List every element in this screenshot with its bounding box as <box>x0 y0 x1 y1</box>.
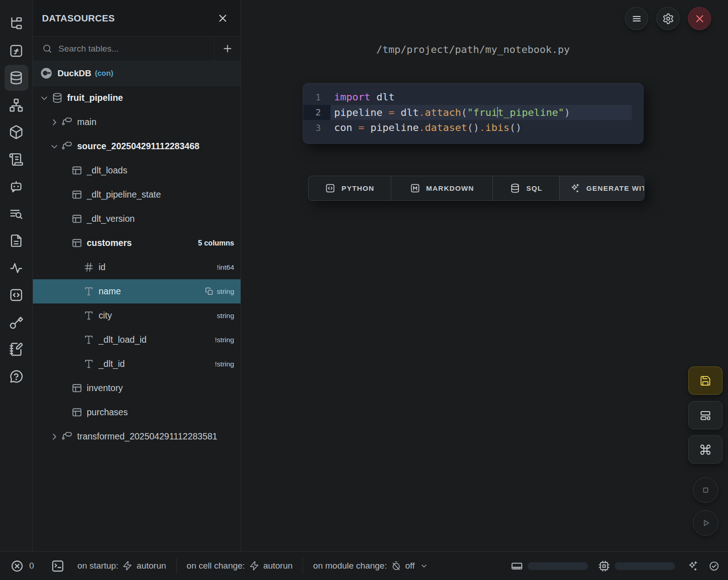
code-line-1[interactable]: 1import dlt <box>303 89 643 105</box>
tree-row-_dlt_loads[interactable]: _dlt_loads <box>33 158 241 183</box>
rail-item-datasources[interactable] <box>0 64 33 92</box>
add-cell-python-button[interactable]: PYTHON <box>309 176 391 200</box>
add-datasource-button[interactable] <box>214 37 241 61</box>
cell-button-label: GENERATE WIT <box>586 184 644 193</box>
m-square-icon <box>410 183 420 193</box>
zap-icon <box>122 561 132 571</box>
tree-row-main[interactable]: main <box>33 110 241 134</box>
box-icon <box>9 125 24 140</box>
rail-item-logs[interactable] <box>0 200 33 228</box>
tree-row-_dlt_id[interactable]: _dlt_id!string <box>33 352 241 376</box>
tree-row-_dlt_version[interactable]: _dlt_version <box>33 207 241 231</box>
tree-row-meta: !string <box>215 336 234 344</box>
save-button[interactable] <box>688 366 723 395</box>
tree-row-label: source_202504291112283468 <box>77 141 199 152</box>
database-icon <box>52 92 63 104</box>
status-value: autorun <box>263 561 293 571</box>
command-icon <box>699 444 712 456</box>
rail-item-notebook[interactable] <box>0 336 33 363</box>
search-icon <box>42 43 52 54</box>
connection-row[interactable]: DuckDB (con) <box>33 61 241 86</box>
menu-button[interactable] <box>625 7 648 30</box>
rail-item-scratchpad[interactable] <box>0 146 33 173</box>
sparkles-icon <box>570 183 580 193</box>
copy-icon[interactable] <box>205 287 214 296</box>
run-button[interactable] <box>693 510 718 536</box>
network-icon <box>9 98 24 113</box>
tree-row-source_202504291112283468[interactable]: source_202504291112283468 <box>33 134 241 158</box>
hash-icon <box>83 261 94 273</box>
tree-row-_dlt_load_id[interactable]: _dlt_load_id!string <box>33 328 241 352</box>
rail-item-packages[interactable] <box>0 119 33 146</box>
add-cell-markdown-button[interactable]: MARKDOWN <box>391 176 492 200</box>
rail-item-chat[interactable] <box>0 173 33 200</box>
ai-sparkles-icon[interactable] <box>687 560 698 572</box>
tree-row-meta: !int64 <box>217 263 234 272</box>
status-label: on startup: <box>78 561 119 571</box>
panel-header: DATASOURCES <box>33 0 241 37</box>
cell-button-label: MARKDOWN <box>426 184 474 193</box>
tree-row-id[interactable]: id!int64 <box>33 255 241 279</box>
tree-row-inventory[interactable]: inventory <box>33 376 241 400</box>
tree-row-meta: string <box>217 312 234 320</box>
tree-row-label: _dlt_pipeline_state <box>87 189 161 200</box>
chevron-right-icon[interactable] <box>49 432 59 442</box>
code-cell-editor[interactable]: 1import dlt2pipeline = dlt.attach("fruit… <box>303 83 644 144</box>
tree-row-purchases[interactable]: purchases <box>33 400 241 424</box>
tree-row-label: _dlt_load_id <box>99 334 147 345</box>
tree-row-name[interactable]: namestring <box>33 279 241 303</box>
status-divider <box>176 558 177 574</box>
search-box <box>33 37 214 61</box>
stop-button[interactable] <box>693 477 718 503</box>
code-line-2[interactable]: 2pipeline = dlt.attach("fruit_pipeline") <box>303 105 643 120</box>
duckdb-logo-icon <box>40 67 52 79</box>
tree-row-fruit_pipeline[interactable]: fruit_pipeline <box>33 86 241 110</box>
cell-button-label: SQL <box>526 184 542 193</box>
status-on-module-change[interactable]: on module change:off <box>313 561 428 571</box>
add-cell-generate-button[interactable]: GENERATE WIT <box>560 176 644 200</box>
add-cell-sql-button[interactable]: SQL <box>493 176 560 200</box>
table-icon <box>71 407 83 418</box>
table-icon <box>71 165 83 176</box>
layout-icon <box>699 409 712 422</box>
zap-icon <box>249 561 259 571</box>
tree-row-label: inventory <box>87 383 123 393</box>
rail-item-secrets[interactable] <box>0 309 33 336</box>
shortcuts-button[interactable] <box>688 435 723 464</box>
tree-row-label: name <box>99 286 121 297</box>
layout-button[interactable] <box>688 401 723 429</box>
tree-row-transformed_202504291112283581[interactable]: transformed_202504291112283581 <box>33 424 241 449</box>
chevron-down-icon[interactable] <box>39 93 49 103</box>
shutdown-button[interactable] <box>688 7 711 30</box>
code-line-3[interactable]: 3con = pipeline.dataset().ibis() <box>303 120 643 136</box>
rail-item-functions[interactable] <box>0 37 33 65</box>
schema-icon <box>62 116 73 128</box>
chevron-down-icon[interactable] <box>49 141 59 152</box>
search-input[interactable] <box>58 44 214 54</box>
status-on-cell-change[interactable]: on cell change:autorun <box>187 561 293 571</box>
ram-meter <box>511 560 588 572</box>
tree-row-city[interactable]: citystring <box>33 303 241 328</box>
rail-item-help[interactable] <box>0 363 33 391</box>
rail-item-file-tree[interactable] <box>0 10 33 37</box>
tree-row-_dlt_pipeline_state[interactable]: _dlt_pipeline_state <box>33 183 241 207</box>
health-circle-check-icon[interactable] <box>708 560 720 572</box>
line-number: 2 <box>303 105 330 120</box>
tree-row-customers[interactable]: customers5 columns <box>33 231 241 255</box>
rail-item-snippets[interactable] <box>0 282 33 309</box>
terminal-icon[interactable] <box>51 559 65 573</box>
notebook-pen-icon <box>9 342 24 357</box>
close-panel-icon[interactable] <box>217 12 229 24</box>
status-bar: 0 on startup:autorunon cell change:autor… <box>0 551 728 580</box>
chevron-right-icon[interactable] <box>49 117 59 127</box>
table-icon <box>71 237 83 249</box>
rail-item-tracing[interactable] <box>0 255 33 282</box>
rail-item-documentation[interactable] <box>0 227 33 255</box>
status-on-startup[interactable]: on startup:autorun <box>78 561 166 571</box>
settings-button[interactable] <box>656 7 680 30</box>
database-icon <box>510 183 520 193</box>
bot-icon <box>9 179 24 194</box>
error-indicator[interactable]: 0 <box>10 559 34 573</box>
menu-icon <box>631 13 643 25</box>
rail-item-dependencies[interactable] <box>0 92 33 119</box>
